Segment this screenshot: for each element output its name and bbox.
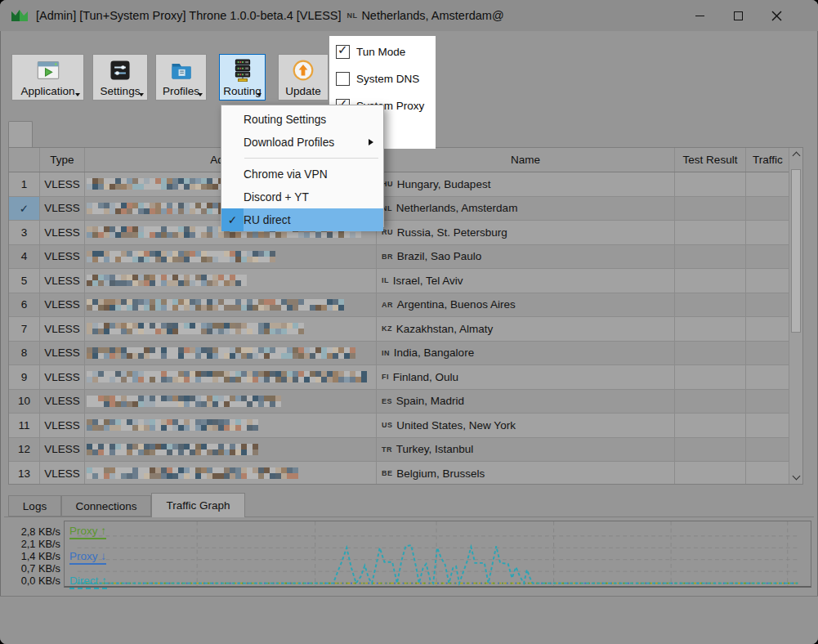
- tab-logs[interactable]: Logs: [8, 495, 61, 517]
- routing-button-label: Routing: [223, 85, 261, 97]
- table-row[interactable]: 12VLESSTRTurkey, Istanbul: [9, 438, 802, 463]
- row-traffic-cell: [746, 390, 789, 414]
- row-name-text: Argentina, Buenos Aires: [397, 298, 516, 311]
- row-test-result-cell: [675, 269, 746, 293]
- minimize-button[interactable]: [681, 0, 718, 31]
- menu-item-discord-yt[interactable]: Discord + YT: [221, 186, 383, 208]
- menu-item-label: Discord + YT: [244, 191, 309, 203]
- checkbox-system-dns[interactable]: System DNS: [336, 69, 419, 87]
- row-address-cell: [85, 342, 377, 365]
- dropdown-caret-icon: [198, 93, 203, 96]
- checkbox-tun-mode[interactable]: ✓Tun Mode: [336, 42, 405, 60]
- row-traffic-cell: [746, 269, 789, 293]
- menu-item-routing-settings[interactable]: Routing Settings: [221, 108, 383, 131]
- app-logo-crown-icon: [10, 7, 29, 24]
- menu-item-chrome-via-vpn[interactable]: Chrome via VPN: [221, 163, 383, 186]
- column-header-test-result[interactable]: Test Result: [675, 148, 746, 172]
- settings-button[interactable]: Settings: [92, 54, 148, 101]
- country-flag: BR: [382, 253, 393, 261]
- menu-item-label: Routing Settings: [244, 114, 326, 126]
- row-name-cell: FIFinland, Oulu: [377, 365, 675, 389]
- blurred-address: [87, 371, 367, 382]
- row-name-text: Spain, Madrid: [396, 395, 464, 407]
- application-button[interactable]: Application: [11, 54, 84, 101]
- legend-direct-[interactable]: Direct ↑: [69, 575, 107, 589]
- country-flag: TR: [382, 445, 392, 454]
- table-row[interactable]: 9VLESSFIFinland, Oulu: [9, 365, 802, 390]
- menu-item-ru-direct[interactable]: ✓RU direct: [221, 208, 383, 231]
- country-flag: BE: [382, 469, 392, 477]
- row-name-text: United States, New York: [396, 419, 516, 432]
- scroll-up-icon[interactable]: [793, 152, 801, 160]
- update-icon: [292, 59, 315, 82]
- row-test-result-cell: [675, 245, 746, 269]
- tab-traffic-graph[interactable]: Traffic Graph: [151, 493, 245, 517]
- table-row[interactable]: 13VLESSBEBelgium, Brussels: [9, 462, 802, 484]
- row-name-text: Finland, Oulu: [393, 371, 458, 383]
- table-row[interactable]: 3VLESSRURussia, St. Petersburg: [9, 221, 802, 245]
- table-row[interactable]: 4VLESSBRBrazil, Sao Paulo: [9, 245, 802, 270]
- column-header-traffic[interactable]: Traffic: [746, 148, 789, 172]
- row-type-cell: VLESS: [40, 438, 85, 462]
- table-scrollbar[interactable]: [789, 148, 802, 484]
- row-address-cell: [85, 269, 377, 293]
- row-type-cell: VLESS: [40, 221, 85, 244]
- legend-proxy-[interactable]: Proxy ↓: [69, 550, 106, 565]
- dropdown-caret-icon: [139, 93, 144, 96]
- profile-group-tab[interactable]: [8, 121, 33, 148]
- column-header-type[interactable]: Type: [40, 148, 85, 172]
- menu-item-label: Download Profiles: [244, 136, 334, 149]
- row-name-cell: RURussia, St. Petersburg: [377, 221, 675, 244]
- row-type-cell: VLESS: [40, 172, 85, 196]
- row-test-result-cell: [675, 221, 746, 244]
- close-button[interactable]: [758, 0, 795, 31]
- row-address-cell: [85, 438, 377, 462]
- blurred-address: [87, 323, 304, 334]
- table-row[interactable]: 5VLESSILIsrael, Tel Aviv: [9, 269, 802, 293]
- row-type-cell: VLESS: [40, 197, 85, 221]
- maximize-button[interactable]: [719, 0, 757, 31]
- row-test-result-cell: [675, 293, 746, 317]
- table-row[interactable]: 11VLESSUSUnited States, New York: [9, 414, 802, 438]
- row-name-cell: ARArgentina, Buenos Aires: [377, 293, 675, 317]
- legend-proxy-[interactable]: Proxy ↑: [69, 525, 106, 539]
- blurred-address: [87, 275, 247, 286]
- table-row[interactable]: 7VLESSKZKazakhstan, Almaty: [9, 317, 802, 342]
- menu-item-gutter: [221, 108, 244, 131]
- row-traffic-cell: [746, 438, 789, 462]
- update-button[interactable]: Update: [278, 54, 329, 101]
- table-row[interactable]: ✓VLESSNLNetherlands, Amsterdam: [9, 197, 802, 221]
- checkbox-box-icon: ✓: [336, 45, 350, 59]
- y-axis-tick-label: 0,7 KB/s: [2, 562, 60, 575]
- update-button-label: Update: [285, 85, 321, 97]
- row-type-cell: VLESS: [40, 365, 85, 389]
- traffic-graph-plot: [64, 521, 811, 588]
- routing-icon: [231, 59, 254, 82]
- column-header-name[interactable]: Name: [377, 148, 675, 172]
- row-address-cell: [85, 462, 377, 484]
- row-number-cell: 1: [9, 172, 40, 196]
- table-row[interactable]: 6VLESSARArgentina, Buenos Aires: [9, 293, 802, 318]
- table-row[interactable]: 8VLESSINIndia, Bangalore: [9, 342, 802, 366]
- menu-item-gutter: [221, 186, 244, 208]
- table-row[interactable]: 10VLESSESSpain, Madrid: [9, 390, 802, 414]
- row-address-cell: [85, 365, 377, 389]
- title-bar: [Admin] [Tun+System Proxy] Throne 1.0.0-…: [0, 0, 818, 31]
- scrollbar-thumb[interactable]: [791, 169, 801, 333]
- blurred-address: [87, 444, 258, 455]
- profiles-button[interactable]: Profiles: [155, 54, 207, 101]
- table-row[interactable]: 1VLESSHUHungary, Budapest: [9, 172, 802, 197]
- tab-connections[interactable]: Connections: [61, 495, 151, 517]
- routing-button[interactable]: Routing: [219, 54, 266, 101]
- settings-button-label: Settings: [101, 85, 141, 97]
- row-number-cell: ✓: [9, 197, 40, 221]
- dropdown-caret-icon: [75, 93, 80, 96]
- application-button-label: Application: [20, 85, 74, 97]
- row-test-result-cell: [675, 197, 746, 221]
- menu-item-download-profiles[interactable]: Download Profiles: [221, 131, 383, 154]
- row-test-result-cell: [675, 390, 746, 414]
- column-header-rownum[interactable]: [9, 148, 40, 172]
- scroll-down-icon[interactable]: [793, 472, 801, 481]
- row-name-cell: INIndia, Bangalore: [377, 342, 675, 365]
- table-header-row: Type Address Name Test Result Traffic: [9, 148, 802, 172]
